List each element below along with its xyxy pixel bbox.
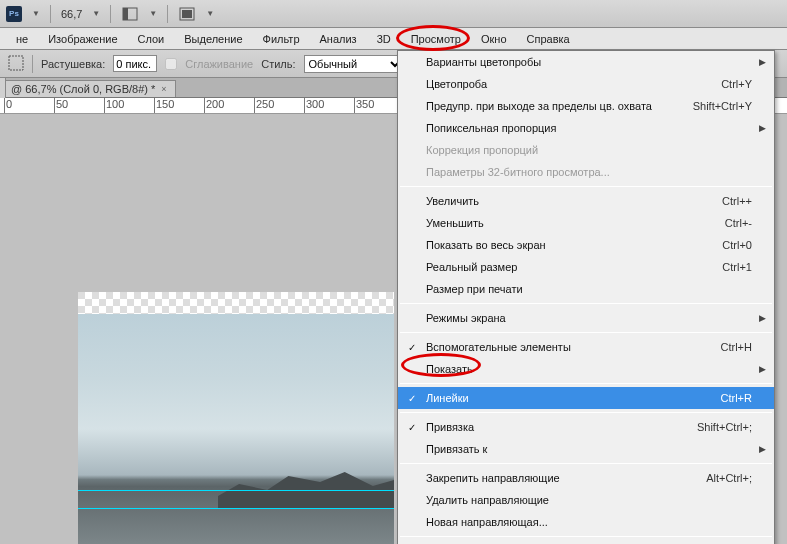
menu-item[interactable]: Привязать к▶ — [398, 438, 774, 460]
feather-label: Растушевка: — [41, 58, 105, 70]
layout-icon[interactable] — [121, 5, 139, 23]
menu-item-label: Цветопроба — [426, 78, 721, 90]
menu-separator — [400, 303, 772, 304]
menu-item-label: Предупр. при выходе за пределы цв. охват… — [426, 100, 693, 112]
submenu-arrow-icon: ▶ — [759, 123, 766, 133]
check-icon: ✓ — [408, 342, 416, 353]
tab-title: @ 66,7% (Слой 0, RGB/8#) * — [11, 83, 155, 95]
menu-separator — [400, 332, 772, 333]
document-image[interactable] — [78, 292, 394, 544]
menu-item-label: Удалить направляющие — [426, 494, 752, 506]
submenu-arrow-icon: ▶ — [759, 444, 766, 454]
menu-item[interactable]: УменьшитьCtrl+- — [398, 212, 774, 234]
menu-help[interactable]: Справка — [517, 30, 580, 48]
menu-shortcut: Ctrl+1 — [722, 261, 752, 273]
document-tab[interactable]: @ 66,7% (Слой 0, RGB/8#) * × — [2, 80, 176, 97]
view-menu-dropdown: Варианты цветопробы▶ЦветопробаCtrl+YПред… — [397, 50, 775, 544]
menu-shortcut: Ctrl+Y — [721, 78, 752, 90]
menu-item[interactable]: ЦветопробаCtrl+Y — [398, 73, 774, 95]
menu-item-label: Привязать к — [426, 443, 752, 455]
transparency-checker — [78, 292, 394, 314]
menu-item[interactable]: Попиксельная пропорция▶ — [398, 117, 774, 139]
feather-input[interactable] — [113, 55, 157, 72]
menu-item[interactable]: Режимы экрана▶ — [398, 307, 774, 329]
menu-image[interactable]: Изображение — [38, 30, 127, 48]
close-icon[interactable]: × — [161, 84, 166, 94]
horizontal-guide[interactable] — [78, 508, 394, 509]
svg-rect-4 — [9, 56, 23, 70]
menu-item-label: Привязка — [426, 421, 697, 433]
menu-shortcut: Shift+Ctrl+Y — [693, 100, 752, 112]
check-icon: ✓ — [408, 393, 416, 404]
menu-item-label: Варианты цветопробы — [426, 56, 752, 68]
antialias-checkbox — [165, 58, 177, 70]
menu-separator — [400, 463, 772, 464]
mountain-shape — [218, 468, 394, 508]
ruler-tick: 300 — [304, 98, 324, 114]
chevron-down-icon[interactable]: ▼ — [206, 9, 214, 18]
menu-separator — [400, 186, 772, 187]
chevron-down-icon[interactable]: ▼ — [92, 9, 100, 18]
menu-item-label: Попиксельная пропорция — [426, 122, 752, 134]
submenu-arrow-icon: ▶ — [759, 364, 766, 374]
zoom-value[interactable]: 66,7 — [61, 8, 82, 20]
top-toolbar: Ps ▼ 66,7 ▼ ▼ ▼ — [0, 0, 787, 28]
menu-item[interactable]: Показать во весь экранCtrl+0 — [398, 234, 774, 256]
marquee-tool-icon[interactable] — [8, 55, 24, 73]
menu-item[interactable]: Закрепить направляющиеAlt+Ctrl+; — [398, 467, 774, 489]
screen-mode-icon[interactable] — [178, 5, 196, 23]
menu-analysis[interactable]: Анализ — [310, 30, 367, 48]
menu-item[interactable]: УвеличитьCtrl++ — [398, 190, 774, 212]
menu-shortcut: Ctrl+0 — [722, 239, 752, 251]
chevron-down-icon[interactable]: ▼ — [32, 9, 40, 18]
menu-item-label: Показать во весь экран — [426, 239, 722, 251]
menu-item-label: Параметры 32-битного просмотра... — [426, 166, 752, 178]
menu-separator — [400, 536, 772, 537]
ruler-tick: 0 — [4, 98, 12, 114]
menu-3d[interactable]: 3D — [367, 30, 401, 48]
menu-select[interactable]: Выделение — [174, 30, 252, 48]
menu-item-label: Показать — [426, 363, 752, 375]
menu-shortcut: Alt+Ctrl+; — [706, 472, 752, 484]
menu-item[interactable]: Удалить направляющие — [398, 489, 774, 511]
menu-item[interactable]: Закрепить фрагменты — [398, 540, 774, 544]
check-icon: ✓ — [408, 422, 416, 433]
menu-item-label: Реальный размер — [426, 261, 722, 273]
menu-item[interactable]: Реальный размерCtrl+1 — [398, 256, 774, 278]
menu-item[interactable]: ✓ПривязкаShift+Ctrl+; — [398, 416, 774, 438]
menu-item[interactable]: ✓ЛинейкиCtrl+R — [398, 387, 774, 409]
menu-separator — [400, 412, 772, 413]
menu-item[interactable]: Размер при печати — [398, 278, 774, 300]
menu-shortcut: Ctrl+R — [721, 392, 752, 404]
menu-item: Параметры 32-битного просмотра... — [398, 161, 774, 183]
style-label: Стиль: — [261, 58, 295, 70]
chevron-down-icon[interactable]: ▼ — [149, 9, 157, 18]
menu-item[interactable]: ✓Вспомогательные элементыCtrl+H — [398, 336, 774, 358]
horizontal-guide[interactable] — [78, 490, 394, 491]
menu-item-label: Новая направляющая... — [426, 516, 752, 528]
ruler-tick: 100 — [104, 98, 124, 114]
submenu-arrow-icon: ▶ — [759, 57, 766, 67]
menu-shortcut: Shift+Ctrl+; — [697, 421, 752, 433]
menu-item[interactable]: Новая направляющая... — [398, 511, 774, 533]
ruler-tick: 200 — [204, 98, 224, 114]
menu-item-label: Коррекция пропорций — [426, 144, 752, 156]
menu-item[interactable]: Предупр. при выходе за пределы цв. охват… — [398, 95, 774, 117]
menu-filter[interactable]: Фильтр — [253, 30, 310, 48]
ruler-tick: 50 — [54, 98, 68, 114]
menu-edit[interactable]: не — [6, 30, 38, 48]
menu-window[interactable]: Окно — [471, 30, 517, 48]
menu-layers[interactable]: Слои — [128, 30, 175, 48]
style-select[interactable]: Обычный — [304, 55, 404, 73]
svg-rect-1 — [123, 8, 128, 20]
menu-shortcut: Ctrl++ — [722, 195, 752, 207]
toolbar-strip — [0, 78, 6, 98]
menu-view[interactable]: Просмотр — [401, 30, 471, 48]
menu-item-label: Закрепить направляющие — [426, 472, 706, 484]
menu-shortcut: Ctrl+- — [725, 217, 752, 229]
antialias-label: Сглаживание — [185, 58, 253, 70]
menu-item-label: Уменьшить — [426, 217, 725, 229]
menu-item-label: Размер при печати — [426, 283, 752, 295]
menu-item[interactable]: Показать▶ — [398, 358, 774, 380]
menu-item[interactable]: Варианты цветопробы▶ — [398, 51, 774, 73]
